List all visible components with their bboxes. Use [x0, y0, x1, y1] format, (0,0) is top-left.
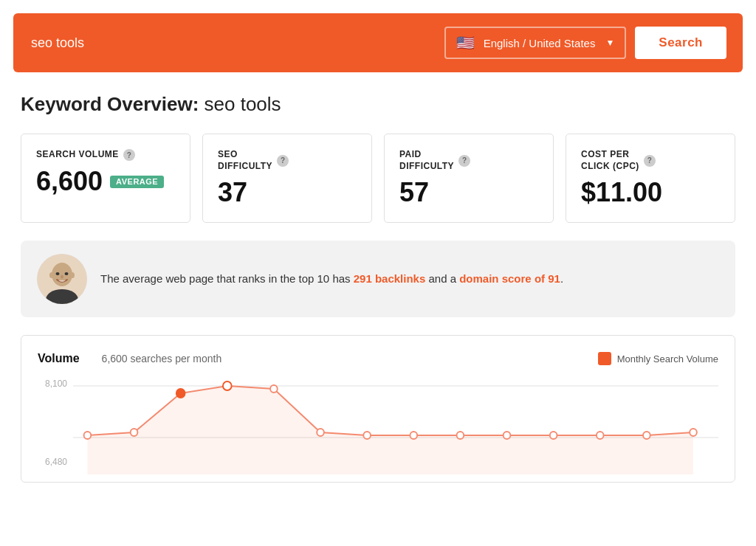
svg-point-13 — [176, 389, 185, 398]
chart-svg — [73, 379, 718, 482]
insight-backlinks: 291 backlinks — [354, 272, 426, 285]
legend-label: Monthly Search Volume — [617, 353, 718, 364]
insight-suffix: . — [560, 272, 563, 285]
metric-card-seo-difficulty: SEODIFFICULTY ? 37 — [202, 134, 372, 223]
svg-point-21 — [550, 432, 557, 439]
svg-marker-10 — [87, 386, 693, 474]
language-label: English / United States — [484, 37, 596, 49]
metric-number: 37 — [218, 179, 247, 206]
metric-label: PAIDDIFFICULTY — [399, 149, 454, 172]
metric-card-search-volume: SEARCH VOLUME ? 6,600 AVERAGE — [21, 134, 190, 223]
search-input-wrap — [30, 31, 436, 55]
chart-subtitle: 6,600 searches per month — [102, 353, 576, 364]
insight-prefix: The average web page that ranks in the t… — [100, 272, 354, 285]
page-title: Keyword Overview: seo tools — [21, 93, 735, 116]
insight-banner: The average web page that ranks in the t… — [21, 241, 735, 317]
svg-point-12 — [131, 429, 138, 436]
svg-point-4 — [70, 272, 75, 278]
chart-title: Volume — [38, 352, 80, 365]
metric-label: COST PERCLICK (CPC) — [581, 149, 639, 172]
info-icon[interactable]: ? — [277, 155, 289, 167]
chart-section: Volume 6,600 searches per month Monthly … — [21, 335, 735, 483]
svg-point-14 — [223, 381, 232, 390]
insight-domain-score: domain score of 91 — [459, 272, 560, 285]
insight-text: The average web page that ranks in the t… — [100, 270, 563, 288]
svg-point-22 — [597, 432, 604, 439]
chart-legend: Monthly Search Volume — [598, 352, 718, 365]
metric-number: $11.00 — [581, 179, 662, 206]
y-label-top: 8,100 — [45, 379, 67, 389]
metric-value: 37 — [218, 179, 357, 206]
svg-point-20 — [504, 432, 511, 439]
y-label-bottom: 6,480 — [45, 457, 67, 467]
search-bar: 🇺🇸 English / United States ▼ Search — [13, 13, 743, 72]
avg-badge: AVERAGE — [110, 176, 164, 188]
legend-swatch — [598, 352, 611, 365]
metric-card-cpc: COST PERCLICK (CPC) ? $11.00 — [566, 134, 735, 223]
page-title-prefix: Keyword Overview: — [21, 93, 199, 115]
page-content: Keyword Overview: seo tools SEARCH VOLUM… — [0, 72, 756, 483]
info-icon[interactable]: ? — [644, 155, 656, 167]
metric-value: 57 — [399, 179, 538, 206]
svg-point-19 — [457, 432, 464, 439]
info-icon[interactable]: ? — [123, 149, 135, 161]
avatar-image — [37, 254, 87, 304]
svg-point-11 — [84, 432, 92, 439]
metric-label-row: PAIDDIFFICULTY ? — [399, 149, 538, 172]
svg-point-16 — [317, 429, 324, 436]
metric-label-row: COST PERCLICK (CPC) ? — [581, 149, 720, 172]
metrics-row: SEARCH VOLUME ? 6,600 AVERAGE SEODIFFICU… — [21, 134, 735, 223]
language-selector[interactable]: 🇺🇸 English / United States ▼ — [444, 27, 627, 59]
svg-point-6 — [65, 272, 69, 275]
svg-point-3 — [49, 272, 54, 278]
avatar — [37, 254, 87, 304]
flag-icon: 🇺🇸 — [456, 34, 475, 52]
chart-header: Volume 6,600 searches per month Monthly … — [38, 352, 718, 365]
svg-point-24 — [690, 429, 697, 436]
svg-point-7 — [61, 275, 63, 279]
chevron-down-icon: ▼ — [605, 38, 614, 48]
metric-label: SEARCH VOLUME — [36, 149, 119, 161]
chart-area: 8,100 6,480 — [38, 379, 718, 482]
search-input[interactable] — [30, 31, 436, 55]
page-title-keyword: seo tools — [205, 93, 281, 115]
chart-y-labels: 8,100 6,480 — [38, 379, 67, 467]
svg-point-17 — [363, 432, 371, 439]
metric-value: 6,600 AVERAGE — [36, 168, 175, 195]
search-button[interactable]: Search — [635, 27, 726, 59]
metric-label-row: SEODIFFICULTY ? — [218, 149, 357, 172]
svg-point-23 — [643, 432, 650, 439]
svg-point-5 — [56, 272, 60, 275]
metric-number: 6,600 — [36, 168, 103, 195]
metric-number: 57 — [399, 179, 429, 206]
metric-card-paid-difficulty: PAIDDIFFICULTY ? 57 — [384, 134, 554, 223]
metric-value: $11.00 — [581, 179, 720, 206]
svg-point-18 — [410, 432, 417, 439]
info-icon[interactable]: ? — [458, 155, 470, 167]
svg-point-15 — [270, 385, 278, 393]
metric-label-row: SEARCH VOLUME ? — [36, 149, 175, 161]
insight-mid: and a — [425, 272, 459, 285]
metric-label: SEODIFFICULTY — [218, 149, 272, 172]
svg-point-1 — [52, 263, 72, 286]
